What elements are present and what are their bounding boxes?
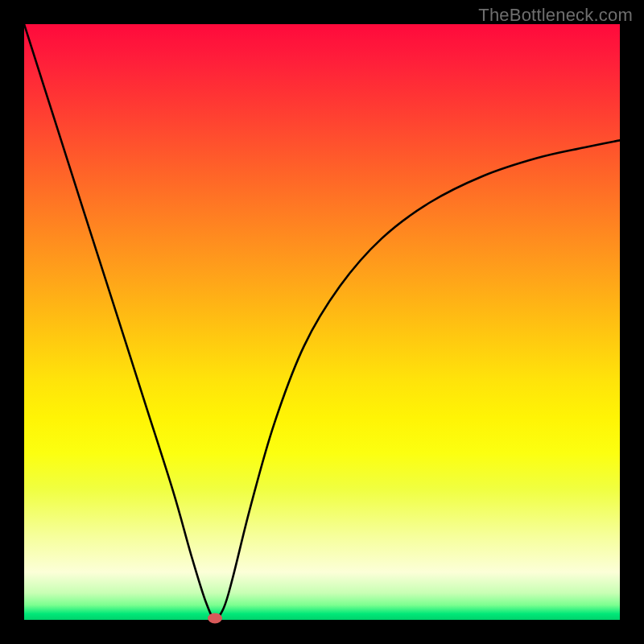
watermark-text: TheBottleneck.com [478, 5, 633, 26]
chart-frame: TheBottleneck.com [0, 0, 644, 644]
bottleneck-curve [24, 24, 620, 620]
plot-area [24, 24, 620, 620]
optimal-point-marker [208, 613, 222, 623]
